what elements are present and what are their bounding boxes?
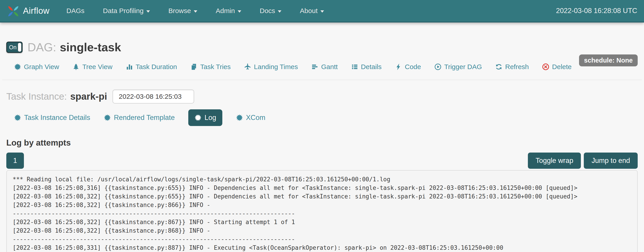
- tab-code[interactable]: Code: [395, 63, 421, 71]
- tab-delete[interactable]: Delete: [542, 63, 572, 71]
- nav-item-label: Admin: [216, 7, 235, 15]
- tab-label: XCom: [246, 114, 266, 122]
- nav-item-label: Docs: [260, 7, 275, 15]
- log-line: [2022-03-08 16:25:08,331] {{taskinstance…: [13, 244, 631, 252]
- tab-label: Details: [361, 63, 382, 71]
- log-line: [2022-03-08 16:25:08,322] {{taskinstance…: [13, 218, 631, 226]
- task-instance-row: Task Instance: spark-pi: [6, 90, 638, 104]
- bolt-icon: [395, 63, 402, 70]
- utc-clock: 2022-03-08 16:28:08 UTC: [556, 7, 637, 15]
- tab-label: Landing Times: [254, 63, 298, 71]
- copy-icon: [190, 63, 198, 70]
- top-navbar: Airflow DAGs Data Profiling Browse Admin…: [0, 0, 644, 22]
- tab-label: Log: [204, 114, 216, 122]
- dag-title-row: On DAG: single-task: [6, 40, 638, 54]
- tab-label: Task Duration: [136, 63, 177, 71]
- log-line: ----------------------------------------…: [13, 209, 631, 218]
- tab-refresh[interactable]: Refresh: [495, 63, 529, 71]
- nav-item-label: Browse: [168, 7, 191, 15]
- nav-item-label: DAGs: [66, 7, 84, 15]
- certificate-icon: [14, 63, 21, 70]
- times-circle-icon: [542, 63, 549, 70]
- tab-label: Task Instance Details: [24, 114, 90, 122]
- schedule-badge: schedule: None: [579, 54, 638, 66]
- dag-title-prefix: DAG:: [28, 40, 56, 54]
- task-instance-tabs: Task Instance Details Rendered Template …: [6, 109, 638, 126]
- airflow-brand[interactable]: Airflow: [6, 3, 50, 18]
- chevron-down-icon: [320, 10, 324, 12]
- tab-task-duration[interactable]: Task Duration: [126, 63, 177, 71]
- task-instance-label: Task Instance:: [6, 91, 67, 102]
- nav-item-dags[interactable]: DAGs: [57, 0, 94, 22]
- log-output-panel[interactable]: *** Reading local file: /usr/local/airfl…: [6, 170, 638, 252]
- toggle-on-label: On: [9, 44, 16, 51]
- dag-view-tabs: Graph View Tree View Task Duration Task …: [6, 63, 638, 71]
- tab-label: Graph View: [24, 63, 59, 71]
- tab-trigger-dag[interactable]: Trigger DAG: [434, 63, 482, 71]
- chevron-down-icon: [194, 10, 197, 12]
- tab-label: Code: [405, 63, 421, 71]
- log-attempts-toolbar: 1 Toggle wrap Jump to end: [6, 152, 638, 169]
- bar-chart-icon: [126, 63, 133, 70]
- jump-to-end-button[interactable]: Jump to end: [584, 152, 638, 169]
- tab-rendered-template[interactable]: Rendered Template: [104, 114, 175, 122]
- nav-item-label: Data Profiling: [103, 7, 144, 15]
- plane-icon: [244, 63, 251, 70]
- divider: [2, 80, 642, 80]
- tree-icon: [72, 63, 80, 70]
- attempt-1-button[interactable]: 1: [6, 152, 24, 169]
- toggle-wrap-button[interactable]: Toggle wrap: [528, 152, 581, 169]
- log-line: [2022-03-08 16:25:08,322] {{taskinstance…: [13, 226, 631, 235]
- refresh-icon: [495, 63, 502, 70]
- airflow-pinwheel-logo-icon: [6, 3, 21, 18]
- chevron-down-icon: [146, 10, 150, 12]
- play-circle-icon: [434, 63, 442, 70]
- certificate-icon: [194, 114, 202, 121]
- tab-landing-times[interactable]: Landing Times: [244, 63, 298, 71]
- task-name: spark-pi: [70, 91, 107, 102]
- tab-tree-view[interactable]: Tree View: [72, 63, 112, 71]
- tab-log[interactable]: Log: [188, 109, 222, 126]
- nav-item-docs[interactable]: Docs: [250, 0, 291, 22]
- tab-label: Trigger DAG: [444, 63, 482, 71]
- toggle-handle: [18, 43, 22, 52]
- tab-label: Delete: [552, 63, 572, 71]
- log-by-attempts-heading: Log by attempts: [6, 138, 638, 148]
- list-icon: [351, 63, 358, 70]
- certificate-icon: [104, 114, 111, 121]
- tab-task-instance-details[interactable]: Task Instance Details: [14, 114, 90, 122]
- log-line: [2022-03-08 16:25:08,322] {{taskinstance…: [13, 192, 631, 201]
- tab-details[interactable]: Details: [351, 63, 382, 71]
- execution-date-input[interactable]: [112, 90, 194, 104]
- tab-xcom[interactable]: XCom: [236, 114, 266, 122]
- navbar-menu: DAGs Data Profiling Browse Admin Docs Ab…: [57, 0, 333, 22]
- certificate-icon: [14, 114, 21, 121]
- nav-item-label: About: [300, 7, 318, 15]
- nav-item-about[interactable]: About: [291, 0, 333, 22]
- tab-gantt[interactable]: Gantt: [311, 63, 338, 71]
- page-content: schedule: None On DAG: single-task Graph…: [0, 40, 644, 252]
- chevron-down-icon: [238, 10, 241, 12]
- nav-item-data-profiling[interactable]: Data Profiling: [94, 0, 159, 22]
- chevron-down-icon: [278, 10, 282, 12]
- nav-item-browse[interactable]: Browse: [159, 0, 206, 22]
- certificate-icon: [236, 114, 243, 121]
- tab-task-tries[interactable]: Task Tries: [190, 63, 231, 71]
- tab-graph-view[interactable]: Graph View: [14, 63, 59, 71]
- tab-label: Refresh: [505, 63, 529, 71]
- log-line: *** Reading local file: /usr/local/airfl…: [13, 175, 631, 184]
- log-line: [2022-03-08 16:25:08,322] {{taskinstance…: [13, 201, 631, 209]
- tab-label: Tree View: [82, 63, 112, 71]
- tab-label: Gantt: [321, 63, 338, 71]
- log-line: [2022-03-08 16:25:08,316] {{taskinstance…: [13, 184, 631, 192]
- page-title: DAG: single-task: [28, 40, 121, 54]
- tab-label: Rendered Template: [114, 114, 175, 122]
- dag-pause-toggle[interactable]: On: [6, 42, 22, 53]
- align-left-icon: [311, 63, 318, 70]
- dag-name: single-task: [60, 40, 121, 54]
- brand-label: Airflow: [23, 6, 50, 16]
- nav-item-admin[interactable]: Admin: [206, 0, 250, 22]
- log-line: ----------------------------------------…: [13, 235, 631, 244]
- tab-label: Task Tries: [200, 63, 231, 71]
